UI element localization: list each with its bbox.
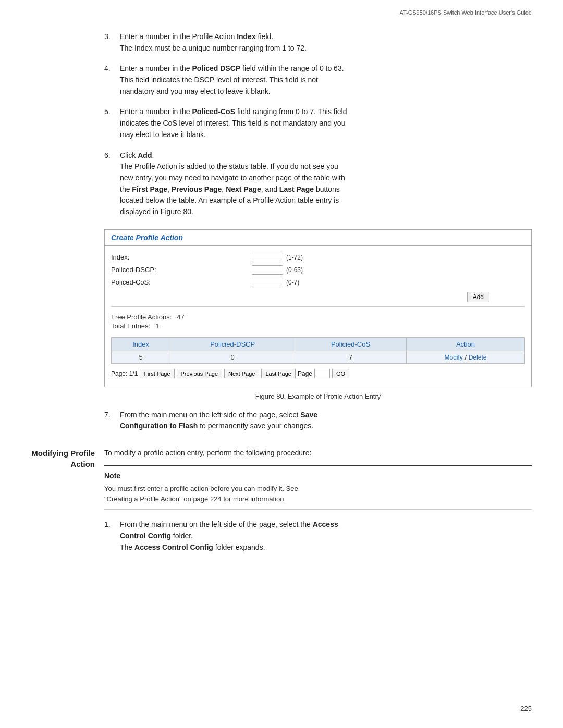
- next-page-button[interactable]: Next Page: [224, 369, 259, 378]
- index-range: (1-72): [286, 254, 303, 261]
- step-7: 7. From the main menu on the left side o…: [104, 410, 532, 432]
- section-intro: To modify a profile action entry, perfor…: [104, 449, 311, 457]
- delete-link[interactable]: Delete: [469, 354, 487, 361]
- dscp-label: Policed-DSCP:: [111, 266, 189, 274]
- step-6: 6. Click Add.The Profile Action is added…: [104, 150, 532, 218]
- cos-input[interactable]: [252, 278, 283, 287]
- step-6-text: Click Add.The Profile Action is added to…: [120, 150, 532, 218]
- step-5-num: 5.: [104, 106, 120, 140]
- index-input[interactable]: [252, 253, 283, 262]
- modifying-section: Modifying ProfileAction To modify a prof…: [104, 448, 532, 562]
- dscp-range: (0-63): [286, 266, 303, 274]
- section-body: To modify a profile action entry, perfor…: [104, 448, 532, 562]
- col-dscp: Policied-DSCP: [170, 337, 295, 351]
- step-3-text: Enter a number in the Profile Action Ind…: [120, 31, 532, 54]
- action-separator: /: [464, 353, 468, 361]
- modify-step-1: 1. From the main menu on the left side o…: [104, 519, 532, 553]
- total-entries-row: Total Entries: 1: [111, 322, 525, 330]
- note-title: Note: [104, 471, 532, 482]
- form-row-dscp: Policed-DSCP: (0-63): [105, 264, 531, 276]
- step-7-num: 7.: [104, 410, 120, 432]
- table-row: 5 0 7 Modify / Delete: [112, 351, 525, 363]
- dscp-input-group: (0-63): [252, 265, 303, 275]
- first-page-button[interactable]: First Page: [140, 369, 174, 378]
- step-4-text: Enter a number in the Policed DSCP field…: [120, 63, 532, 97]
- index-input-group: (1-72): [252, 253, 303, 262]
- step-3: 3. Enter a number in the Profile Action …: [104, 31, 532, 54]
- step-7-text: From the main menu on the left side of t…: [120, 410, 532, 432]
- modify-steps-list: 1. From the main menu on the left side o…: [104, 519, 532, 553]
- modify-step-1-num: 1.: [104, 519, 120, 553]
- page-input[interactable]: [314, 369, 330, 378]
- step7-list: 7. From the main menu on the left side o…: [104, 410, 532, 432]
- add-button[interactable]: Add: [467, 292, 489, 302]
- figure-caption: Figure 80. Example of Profile Action Ent…: [104, 392, 532, 400]
- table-header-row: Index Policied-DSCP Policied-CoS Action: [112, 337, 525, 351]
- step-4-num: 4.: [104, 63, 120, 97]
- form-stats: Free Profile Actions: 47 Total Entries: …: [105, 311, 531, 333]
- free-value: 47: [177, 313, 184, 321]
- free-actions-row: Free Profile Actions: 47: [111, 313, 525, 321]
- row-dscp: 0: [170, 351, 295, 363]
- note-text: You must first enter a profile action be…: [104, 484, 532, 504]
- page-header: AT-GS950/16PS Switch Web Interface User'…: [0, 0, 563, 16]
- col-index: Index: [112, 337, 170, 351]
- page-label: Page: 1/1: [111, 370, 138, 377]
- step-5: 5. Enter a number in the Policed-CoS fie…: [104, 106, 532, 140]
- note-box: Note You must first enter a profile acti…: [104, 465, 532, 510]
- form-divider: [111, 306, 525, 307]
- pagination-row: Page: 1/1 First Page Previous Page Next …: [105, 367, 531, 380]
- step-4: 4. Enter a number in the Policed DSCP fi…: [104, 63, 532, 97]
- last-page-button[interactable]: Last Page: [261, 369, 296, 378]
- total-value: 1: [155, 322, 159, 330]
- form-row-index: Index: (1-72): [105, 251, 531, 264]
- row-cos: 7: [295, 351, 407, 363]
- add-btn-row: Add: [105, 289, 531, 302]
- form-box-title: Create Profile Action: [105, 230, 531, 246]
- page-label2: Page: [298, 370, 312, 377]
- modify-link[interactable]: Modify: [445, 354, 463, 361]
- profile-action-table: Index Policied-DSCP Policied-CoS Action …: [111, 337, 525, 364]
- modify-step-1-text: From the main menu on the left side of t…: [120, 519, 532, 553]
- col-action: Action: [406, 337, 524, 351]
- step-3-num: 3.: [104, 31, 120, 54]
- cos-label: Policed-CoS:: [111, 278, 189, 286]
- steps-list: 3. Enter a number in the Profile Action …: [104, 31, 532, 218]
- free-label: Free Profile Actions:: [111, 313, 172, 321]
- cos-range: (0-7): [286, 279, 299, 286]
- section-title: Modifying ProfileAction: [31, 448, 104, 470]
- create-profile-action-box: Create Profile Action Index: (1-72) Poli…: [104, 229, 532, 387]
- go-button[interactable]: GO: [332, 369, 349, 378]
- section-title-text: Modifying ProfileAction: [31, 449, 95, 468]
- dscp-input[interactable]: [252, 265, 283, 275]
- main-content: 3. Enter a number in the Profile Action …: [0, 16, 563, 593]
- step-5-text: Enter a number in the Policed-CoS field …: [120, 106, 532, 140]
- row-action-cell: Modify / Delete: [406, 351, 524, 363]
- previous-page-button[interactable]: Previous Page: [177, 369, 223, 378]
- step-6-num: 6.: [104, 150, 120, 218]
- header-title: AT-GS950/16PS Switch Web Interface User'…: [399, 9, 532, 16]
- total-label: Total Entries:: [111, 322, 150, 330]
- form-row-cos: Policed-CoS: (0-7): [105, 276, 531, 289]
- row-index: 5: [112, 351, 170, 363]
- cos-input-group: (0-7): [252, 278, 299, 287]
- index-label: Index:: [111, 253, 189, 261]
- page-number: 225: [520, 705, 532, 712]
- col-cos: Policied-CoS: [295, 337, 407, 351]
